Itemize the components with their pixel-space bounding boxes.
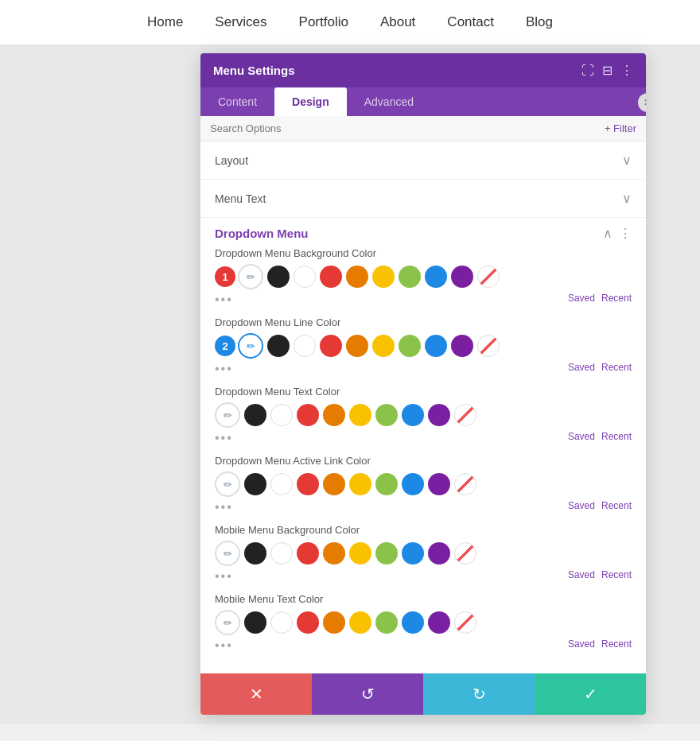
swatch-yellow[interactable]: [349, 611, 371, 634]
swatch-orange[interactable]: [323, 404, 345, 426]
swatch-orange[interactable]: [323, 542, 345, 564]
swatch-none[interactable]: [454, 404, 476, 426]
swatch-orange[interactable]: [323, 611, 345, 634]
saved-label[interactable]: Saved: [568, 293, 595, 304]
recent-label[interactable]: Recent: [601, 500, 632, 511]
swatch-red[interactable]: [297, 473, 319, 495]
saved-label[interactable]: Saved: [568, 569, 595, 580]
swatch-green[interactable]: [399, 335, 421, 357]
swatch-none[interactable]: [454, 542, 476, 564]
swatch-green[interactable]: [399, 266, 421, 288]
more-dots-btn[interactable]: •••: [215, 638, 233, 653]
swatch-blue[interactable]: [402, 473, 424, 495]
swatch-white[interactable]: [294, 335, 316, 357]
more-dots-btn[interactable]: •••: [215, 500, 233, 514]
swatch-none[interactable]: [477, 266, 500, 288]
saved-label[interactable]: Saved: [568, 500, 595, 511]
color-line-picker[interactable]: ✏: [238, 333, 263, 359]
color-text-picker[interactable]: ✏: [215, 402, 240, 428]
saved-label[interactable]: Saved: [568, 638, 595, 650]
more-dots-btn[interactable]: •••: [215, 362, 233, 376]
swatch-white[interactable]: [270, 542, 293, 564]
recent-label[interactable]: Recent: [601, 293, 632, 304]
swatch-black[interactable]: [244, 542, 266, 564]
nav-home[interactable]: Home: [147, 14, 183, 30]
swatch-blue[interactable]: [425, 335, 447, 357]
swatch-white[interactable]: [270, 473, 293, 495]
recent-label[interactable]: Recent: [601, 431, 632, 442]
swatch-red[interactable]: [297, 611, 319, 634]
swatch-red[interactable]: [297, 404, 319, 426]
swatch-orange[interactable]: [323, 473, 345, 495]
nav-contact[interactable]: Contact: [447, 14, 494, 30]
swatch-blue[interactable]: [425, 266, 447, 288]
swatch-none[interactable]: [454, 473, 476, 495]
more-dots-btn[interactable]: •••: [215, 569, 233, 584]
swatch-none[interactable]: [477, 335, 500, 357]
redo-button[interactable]: ↻: [423, 673, 535, 715]
swatch-black[interactable]: [267, 266, 290, 288]
swatch-yellow[interactable]: [349, 542, 371, 564]
swatch-blue[interactable]: [402, 611, 424, 634]
cancel-button[interactable]: ✕: [200, 673, 312, 715]
swatch-red[interactable]: [320, 335, 342, 357]
recent-label[interactable]: Recent: [601, 569, 632, 580]
swatch-purple[interactable]: [428, 611, 450, 634]
swatch-blue[interactable]: [402, 404, 424, 426]
columns-icon[interactable]: ⊟: [602, 63, 612, 78]
swatch-orange[interactable]: [346, 335, 368, 357]
more-options-icon[interactable]: ⋮: [620, 63, 633, 78]
section-more-icon[interactable]: ⋮: [619, 226, 632, 241]
swatch-purple[interactable]: [428, 542, 450, 564]
swatch-white[interactable]: [294, 266, 316, 288]
swatch-blue[interactable]: [402, 542, 424, 564]
swatch-none[interactable]: [454, 611, 476, 634]
swatch-purple[interactable]: [451, 266, 473, 288]
swatch-yellow[interactable]: [372, 335, 395, 357]
menu-text-accordion[interactable]: Menu Text ∨: [200, 180, 646, 218]
color-mobile-text-picker[interactable]: ✏: [215, 610, 240, 635]
tab-content[interactable]: Content: [200, 87, 274, 116]
nav-blog[interactable]: Blog: [526, 14, 553, 30]
nav-services[interactable]: Services: [215, 14, 266, 30]
swatch-orange[interactable]: [346, 266, 368, 288]
swatch-green[interactable]: [375, 611, 398, 634]
swatch-white[interactable]: [270, 611, 293, 634]
swatch-black[interactable]: [244, 404, 266, 426]
search-input[interactable]: [210, 122, 605, 134]
swatch-purple[interactable]: [451, 335, 473, 357]
swatch-green[interactable]: [375, 404, 398, 426]
nav-about[interactable]: About: [380, 14, 415, 30]
swatch-red[interactable]: [320, 266, 342, 288]
undo-button[interactable]: ↺: [312, 673, 423, 715]
swatch-black[interactable]: [244, 473, 266, 495]
confirm-button[interactable]: ✓: [535, 673, 646, 715]
color-active-picker[interactable]: ✏: [215, 471, 240, 497]
more-dots-btn[interactable]: •••: [215, 293, 233, 307]
tab-advanced[interactable]: Advanced: [347, 87, 431, 116]
color-mobile-bg-picker[interactable]: ✏: [215, 541, 240, 566]
swatch-purple[interactable]: [428, 404, 450, 426]
swatch-red[interactable]: [297, 542, 319, 564]
more-dots-btn[interactable]: •••: [215, 431, 233, 445]
layout-accordion[interactable]: Layout ∨: [200, 142, 646, 180]
swatch-yellow[interactable]: [372, 266, 395, 288]
swatch-yellow[interactable]: [349, 473, 371, 495]
recent-label[interactable]: Recent: [601, 638, 632, 650]
filter-button[interactable]: + Filter: [605, 122, 636, 134]
recent-label[interactable]: Recent: [601, 362, 632, 373]
swatch-purple[interactable]: [428, 473, 450, 495]
section-collapse-icon[interactable]: ∧: [603, 226, 612, 241]
swatch-black[interactable]: [267, 335, 290, 357]
swatch-yellow[interactable]: [349, 404, 371, 426]
saved-label[interactable]: Saved: [568, 431, 595, 442]
swatch-green[interactable]: [375, 542, 398, 564]
swatch-black[interactable]: [244, 611, 266, 634]
nav-portfolio[interactable]: Portfolio: [299, 14, 348, 30]
color-bg-picker[interactable]: ✏: [238, 264, 263, 289]
swatch-white[interactable]: [270, 404, 293, 426]
saved-label[interactable]: Saved: [568, 362, 595, 373]
swatch-green[interactable]: [375, 473, 398, 495]
fullscreen-icon[interactable]: ⛶: [581, 64, 594, 78]
tab-design[interactable]: Design: [274, 87, 347, 116]
